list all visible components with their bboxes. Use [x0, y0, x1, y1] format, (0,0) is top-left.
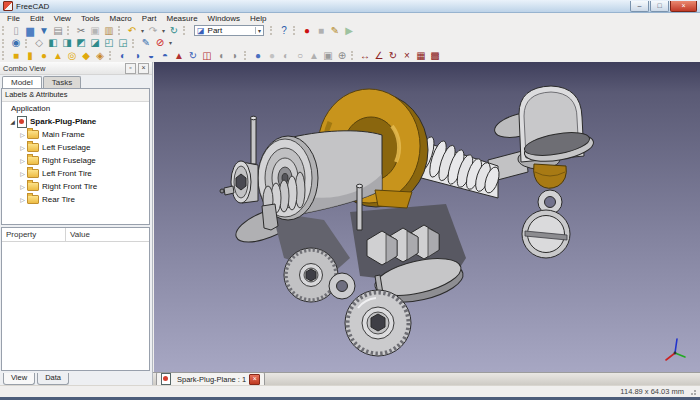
- boolean-cut-icon[interactable]: ◑: [130, 50, 144, 62]
- tab-data[interactable]: Data: [37, 373, 69, 385]
- macro-stop-icon[interactable]: ■: [314, 25, 328, 37]
- toolbar-handle[interactable]: [293, 26, 297, 35]
- view-top-icon[interactable]: ◨: [60, 37, 74, 49]
- revolve-icon[interactable]: ↻: [186, 50, 200, 62]
- paste-icon[interactable]: ▥: [102, 25, 116, 37]
- fit-all-icon[interactable]: ◉: [9, 37, 23, 49]
- part-torus-icon[interactable]: ◎: [65, 50, 79, 62]
- shape-info-icon[interactable]: ▲: [307, 50, 321, 62]
- value-column-header[interactable]: Value: [66, 230, 90, 239]
- part-cylinder-icon[interactable]: ▮: [23, 50, 37, 62]
- workbench-selector[interactable]: ◪ Part ▾: [194, 25, 264, 36]
- property-column-header[interactable]: Property: [2, 228, 66, 241]
- measure-clear-all-icon[interactable]: ×: [400, 50, 414, 62]
- view-front-icon[interactable]: ◧: [46, 37, 60, 49]
- tree-item-right-front-tire[interactable]: Right Front Tire: [2, 180, 149, 193]
- tree-item-rear-tire[interactable]: Rear Tire: [2, 193, 149, 206]
- view-right-icon[interactable]: ◩: [74, 37, 88, 49]
- macro-play-icon[interactable]: ▶: [342, 25, 356, 37]
- tab-model[interactable]: Model: [2, 76, 42, 88]
- measure-refresh-icon[interactable]: ↻: [386, 50, 400, 62]
- clipping-plane-icon[interactable]: ⊘: [153, 37, 167, 49]
- boolean-common-icon[interactable]: ◓: [158, 50, 172, 62]
- undo-icon[interactable]: ↶: [125, 25, 139, 37]
- tab-view[interactable]: View: [3, 373, 35, 385]
- dock-float-icon[interactable]: [125, 63, 136, 74]
- chamfer-icon[interactable]: ◗: [228, 50, 242, 62]
- expander-open-icon[interactable]: [8, 118, 17, 125]
- redo-dropdown-icon[interactable]: ▾: [160, 25, 167, 37]
- undo-dropdown-icon[interactable]: ▾: [139, 25, 146, 37]
- offset-surface-icon[interactable]: ◐: [279, 50, 293, 62]
- tab-tasks[interactable]: Tasks: [43, 76, 81, 88]
- fillet-icon[interactable]: ◖: [214, 50, 228, 62]
- view-axonometric-icon[interactable]: ◇: [32, 37, 46, 49]
- expander-closed-icon[interactable]: [18, 157, 27, 164]
- menu-tools[interactable]: Tools: [76, 14, 105, 23]
- 3d-viewport[interactable]: [154, 62, 700, 372]
- expander-closed-icon[interactable]: [18, 131, 27, 138]
- resize-grip[interactable]: [690, 388, 698, 396]
- toolbar-handle[interactable]: [132, 39, 136, 48]
- dock-close-icon[interactable]: [138, 63, 149, 74]
- part-create-primitives-icon[interactable]: ◆: [79, 50, 93, 62]
- toolbar-handle[interactable]: [25, 39, 29, 48]
- whats-this-icon[interactable]: ?: [277, 25, 291, 37]
- boolean-operation-icon[interactable]: ◐: [116, 50, 130, 62]
- maximize-button[interactable]: □: [650, 1, 669, 12]
- toolbar-handle[interactable]: [2, 51, 6, 60]
- toolbar-handle[interactable]: [2, 39, 6, 48]
- 3d-viewport-canvas[interactable]: [154, 62, 700, 372]
- title-bar[interactable]: FreeCAD –□×: [0, 0, 700, 13]
- tree-root-application[interactable]: Application: [2, 102, 149, 115]
- view-rear-icon[interactable]: ◪: [88, 37, 102, 49]
- part-cone-icon[interactable]: ▲: [51, 50, 65, 62]
- measure-toggle-all-icon[interactable]: ▦: [414, 50, 428, 62]
- new-document-icon[interactable]: ▯: [9, 25, 23, 37]
- tree-item-left-fuselage[interactable]: Left Fuselage: [2, 141, 149, 154]
- view-left-icon[interactable]: ◲: [116, 37, 130, 49]
- expander-closed-icon[interactable]: [18, 196, 27, 203]
- draw-style-icon[interactable]: ✎: [139, 37, 153, 49]
- shape-builder-icon[interactable]: ◈: [93, 50, 107, 62]
- part-box-icon[interactable]: ■: [9, 50, 23, 62]
- close-button[interactable]: ×: [670, 1, 697, 12]
- macro-edit-icon[interactable]: ✎: [328, 25, 342, 37]
- tree-item-left-front-tire[interactable]: Left Front Tire: [2, 167, 149, 180]
- clipping-dropdown-icon[interactable]: ▾: [167, 37, 174, 49]
- menu-macro[interactable]: Macro: [105, 14, 137, 23]
- toolbar-handle[interactable]: [2, 26, 6, 35]
- view-bottom-icon[interactable]: ◰: [102, 37, 116, 49]
- menu-edit[interactable]: Edit: [25, 14, 49, 23]
- open-document-icon[interactable]: ▆: [23, 25, 37, 37]
- toolbar-handle[interactable]: [270, 26, 274, 35]
- copy-icon[interactable]: ▣: [88, 25, 102, 37]
- toolbar-handle[interactable]: [118, 26, 122, 35]
- expander-closed-icon[interactable]: [18, 183, 27, 190]
- menu-help[interactable]: Help: [245, 14, 271, 23]
- measure-toggle-delta-icon[interactable]: ▩: [428, 50, 442, 62]
- defeaturing-icon[interactable]: ⊕: [335, 50, 349, 62]
- expander-closed-icon[interactable]: [18, 170, 27, 177]
- document-tab-close-icon[interactable]: ×: [249, 374, 260, 385]
- menu-measure[interactable]: Measure: [161, 14, 202, 23]
- print-icon[interactable]: ▤: [51, 25, 65, 37]
- expander-closed-icon[interactable]: [18, 144, 27, 151]
- boolean-union-icon[interactable]: ◒: [144, 50, 158, 62]
- tree-item-spark-plug-plane[interactable]: Spark-Plug-Plane: [2, 115, 149, 128]
- tree-item-main-frame[interactable]: Main Frame: [2, 128, 149, 141]
- menu-windows[interactable]: Windows: [203, 14, 245, 23]
- redo-icon[interactable]: ↷: [146, 25, 160, 37]
- extrude-icon[interactable]: ▲: [172, 50, 186, 62]
- menu-part[interactable]: Part: [137, 14, 162, 23]
- macro-record-icon[interactable]: ●: [300, 25, 314, 37]
- menu-view[interactable]: View: [49, 14, 76, 23]
- minimize-button[interactable]: –: [630, 1, 649, 12]
- menu-file[interactable]: File: [2, 14, 25, 23]
- measure-linear-icon[interactable]: ↔: [358, 50, 372, 62]
- loft-icon[interactable]: ●: [251, 50, 265, 62]
- toolbar-handle[interactable]: [244, 51, 248, 60]
- toolbar-handle[interactable]: [109, 51, 113, 60]
- refine-shape-icon[interactable]: ▣: [321, 50, 335, 62]
- tree-item-right-fuselage[interactable]: Right Fuselage: [2, 154, 149, 167]
